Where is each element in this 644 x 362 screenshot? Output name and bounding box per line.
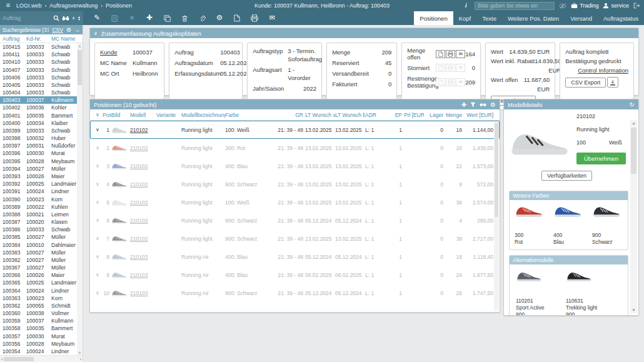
model-link[interactable]: 210103	[130, 290, 148, 296]
column-header[interactable]: Modell	[130, 112, 156, 118]
row-expander-icon[interactable]: ∨	[93, 163, 103, 169]
color-variant-item[interactable]: 300Rot	[515, 204, 543, 246]
column-header[interactable]: Wert [EUR]	[464, 112, 495, 118]
scrollbar-thumb[interactable]	[495, 123, 498, 217]
search-result-row[interactable]: 100404100033Schwab	[0, 89, 83, 96]
column-header[interactable]: Menge	[445, 112, 464, 118]
attachment-icon[interactable]	[198, 15, 206, 22]
row-expander-icon[interactable]: ∨	[93, 290, 103, 296]
add-position-icon[interactable]: ✚	[461, 101, 466, 108]
sidebar-vertical-scrollbar[interactable]: ∧ ∨	[77, 43, 83, 355]
column-header[interactable]: GR	[268, 112, 305, 118]
column-header[interactable]: Farbe	[225, 112, 268, 118]
tab-texte[interactable]: Texte	[476, 11, 502, 25]
model-link[interactable]: 210102	[130, 163, 148, 169]
search-result-row[interactable]: 100402100036Kohler	[0, 104, 83, 111]
record-navigator[interactable]: ▲ ▼	[78, 16, 81, 21]
search-result-row[interactable]: 100382100027Müller	[0, 256, 83, 264]
search-result-row[interactable]: 100364100024Lindner	[0, 287, 83, 294]
search-result-row[interactable]: 100363100023Korn	[0, 294, 83, 302]
collapse-search-icon[interactable]: ∧	[72, 16, 75, 21]
search-result-row[interactable]: 100362100055Schmidt	[0, 302, 83, 309]
positions-scrollbar[interactable]	[494, 122, 499, 311]
search-result-row[interactable]: 100359100037Kullmann	[0, 317, 83, 324]
column-header[interactable]: Lager	[424, 112, 445, 118]
binoculars-icon[interactable]	[62, 16, 69, 21]
search-result-row[interactable]: 100356100028Meybaum	[0, 340, 83, 348]
column-header[interactable]: Modellbezeichnung	[181, 112, 225, 118]
user-menu[interactable]: service	[603, 3, 629, 9]
search-result-row[interactable]: 100384100010Dahlmaier	[0, 241, 83, 248]
csv-link[interactable]: CSV	[52, 27, 63, 33]
search-result-row[interactable]: 100391100024Lindner	[0, 188, 83, 195]
column-header[interactable]: ADR	[365, 112, 384, 118]
position-row[interactable]: ∨8210103Running Air400: Blau21: 39 - 480…	[90, 248, 500, 266]
search-result-row[interactable]: 100403100037Kullmann	[0, 96, 83, 104]
tab-positionen[interactable]: Positionen	[414, 11, 453, 25]
company-switcher[interactable]: Trading	[571, 3, 598, 9]
search-result-row[interactable]: 100367100027Müller	[0, 264, 83, 271]
search-result-row[interactable]: 100357100030Murat	[0, 333, 83, 340]
column-header[interactable]: Variante	[156, 112, 181, 118]
scrollbar-thumb[interactable]	[4, 357, 34, 361]
availability-button[interactable]: Verfügbarkeiten	[541, 171, 592, 181]
navigate-down-icon[interactable]: ▼	[78, 18, 81, 21]
search-result-row[interactable]: 100397100031Nußdorfer	[0, 142, 83, 149]
model-link[interactable]: 210102	[130, 145, 148, 151]
scroll-down-icon[interactable]: ▼	[632, 307, 636, 313]
position-row[interactable]: ∨10210103Running Air900: Schwarz21: 39 -…	[90, 284, 500, 302]
search-result-row[interactable]: 100401100035Bammert	[0, 112, 83, 119]
row-expander-icon[interactable]: ∨	[93, 272, 103, 278]
search-result-row[interactable]: 100387100020Klasen	[0, 218, 83, 226]
search-result-row[interactable]: 100386100033Schwab	[0, 226, 83, 233]
position-row[interactable]: ∨7210102Running light900: Schwarz21: 39 …	[90, 229, 500, 248]
row-expander-icon[interactable]: ∨	[93, 145, 103, 151]
color-variant-item[interactable]: 400Blau	[553, 204, 582, 246]
menu-icon[interactable]: ≡	[4, 2, 13, 9]
email-icon[interactable]: ✉	[268, 14, 276, 22]
search-result-row[interactable]: 100390100023Korn	[0, 195, 83, 203]
model-details-scrollbar[interactable]: ▲ ▼	[630, 120, 637, 313]
pin-panel-icon[interactable]: →	[74, 27, 80, 33]
model-link[interactable]: 210102	[130, 236, 148, 242]
model-link[interactable]: 210102	[130, 181, 148, 188]
column-header[interactable]: EP	[384, 112, 404, 118]
breadcrumb-module[interactable]: Auftragsverwaltung	[49, 3, 98, 9]
alternative-model-item[interactable]: 110201Sport Active900Schwarz	[516, 269, 552, 315]
breadcrumb-app[interactable]: LOGI.web	[16, 3, 42, 9]
add-icon[interactable]: ✚	[145, 14, 154, 22]
settings-icon[interactable]: ⚙	[490, 101, 496, 108]
column-header[interactable]: Auftrag	[0, 36, 26, 42]
search-result-row[interactable]: 100388100021Leimen	[0, 211, 83, 218]
search-result-row[interactable]: 100398100032Huber	[0, 134, 83, 142]
search-result-row[interactable]: 100393100026Maier	[0, 173, 83, 180]
csv-export-button[interactable]: CSV Export	[565, 78, 606, 88]
position-row[interactable]: ∨5210102Running light100: Weiß21: 39 - 4…	[90, 193, 500, 211]
search-result-row[interactable]: 100365100025Landmaier	[0, 279, 83, 286]
print-icon[interactable]	[250, 14, 259, 22]
open-email-icon[interactable]: ✉	[456, 50, 465, 58]
column-header[interactable]: LT Wunsch bis	[335, 112, 365, 118]
scrollbar-thumb[interactable]	[78, 50, 82, 85]
logout-icon[interactable]	[633, 3, 640, 9]
eye-icon[interactable]	[559, 3, 566, 9]
search-result-row[interactable]: 100399100033Schwab	[0, 127, 83, 134]
search-icon[interactable]	[53, 15, 59, 21]
search-result-row[interactable]: 100405100033Schwab	[0, 81, 83, 89]
download-icon[interactable]	[607, 77, 618, 88]
model-link[interactable]: 210102	[130, 127, 148, 133]
scroll-down-icon[interactable]: ∨	[78, 349, 81, 355]
row-expander-icon[interactable]: ∨	[93, 181, 103, 187]
search-result-row[interactable]: 100385100027Müller	[0, 233, 83, 241]
tab-versand[interactable]: Versand	[565, 11, 598, 25]
expand-all-icon[interactable]: ∨	[93, 112, 103, 118]
position-row[interactable]: ∨6210102Running light900: Schwarz21: 39 …	[90, 211, 500, 229]
scroll-up-icon[interactable]: ▲	[632, 120, 636, 126]
position-row[interactable]: ∨1210102Running light100: Weiß21: 39 - 4…	[90, 121, 500, 139]
search-result-row[interactable]: 100392100025Landmaier	[0, 180, 83, 188]
search-result-row[interactable]: 100354100024Lindner	[0, 348, 83, 355]
search-result-row[interactable]: 100358100035Bammert	[0, 324, 83, 332]
settings-icon[interactable]: ⚙	[215, 14, 224, 22]
scroll-left-icon[interactable]: ‹	[1, 357, 3, 361]
edit-icon[interactable]: ✎	[93, 14, 101, 22]
